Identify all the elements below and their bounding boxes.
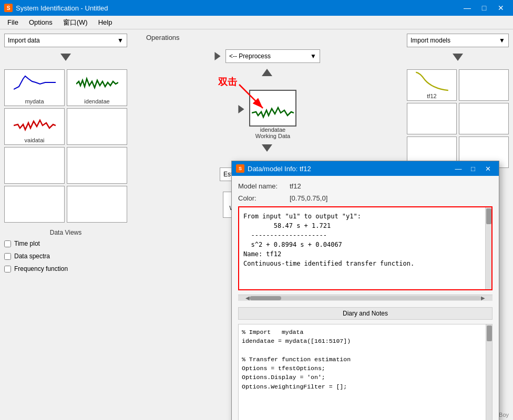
scroll-right-icon[interactable]: ▶ xyxy=(481,295,485,301)
scrollbar-h-track xyxy=(250,296,481,300)
modal-minimize-button[interactable]: — xyxy=(452,162,465,175)
model-info-box: From input "u1" to output "y1": 58.47 s … xyxy=(238,206,493,290)
scrollbar-h-thumb xyxy=(250,296,281,300)
minimize-button[interactable]: — xyxy=(459,1,475,15)
modal-dialog: S Data/model Info: tf12 — □ ✕ Model name… xyxy=(231,161,499,420)
modal-title-bar: S Data/model Info: tf12 — □ ✕ xyxy=(232,161,499,176)
modal-maximize-button[interactable]: □ xyxy=(466,162,480,175)
modal-controls: — □ ✕ xyxy=(452,162,495,175)
maximize-button[interactable]: □ xyxy=(476,1,492,15)
diary-scrollbar-thumb xyxy=(487,326,492,341)
menu-bar: File Options 窗口(W) Help xyxy=(0,16,513,29)
window-controls: — □ ✕ xyxy=(459,1,509,15)
color-label: Color: xyxy=(238,194,285,202)
diary-content: % Import mydata idendatae = mydata([161:… xyxy=(239,324,492,394)
modal-content: Model name: tf12 Color: [0.75,0.75,0] Fr… xyxy=(232,176,499,420)
menu-file[interactable]: File xyxy=(2,16,24,28)
model-info-text: From input "u1" to output "y1": 58.47 s … xyxy=(243,212,487,268)
menu-help[interactable]: Help xyxy=(93,16,118,28)
modal-app-icon: S xyxy=(236,164,244,173)
title-bar: S System Identification - Untitled — □ ✕ xyxy=(0,0,513,16)
modal-title: Data/model Info: tf12 xyxy=(248,165,311,173)
color-row: Color: [0.75,0.75,0] xyxy=(238,194,493,202)
close-button[interactable]: ✕ xyxy=(493,1,509,15)
diary-scrollbar-v[interactable] xyxy=(486,324,492,420)
app-title: System Identification - Untitled xyxy=(16,4,108,12)
modal-close-button[interactable]: ✕ xyxy=(481,162,495,175)
model-info-scrollbar-h[interactable]: ◀ ▶ xyxy=(238,295,493,301)
menu-window[interactable]: 窗口(W) xyxy=(58,16,93,29)
color-value: [0.75,0.75,0] xyxy=(290,194,327,202)
diary-content-wrapper: % Import mydata idendatae = mydata([161:… xyxy=(238,324,493,420)
model-name-value: tf12 xyxy=(290,182,301,190)
menu-options[interactable]: Options xyxy=(24,16,58,28)
model-info-scrollbar-v[interactable] xyxy=(485,207,491,289)
scrollbar-thumb-v xyxy=(486,208,491,224)
model-name-row: Model name: tf12 xyxy=(238,182,493,190)
model-name-label: Model name: xyxy=(238,182,285,190)
app-icon: S xyxy=(4,4,13,12)
modal-overlay: S Data/model Info: tf12 — □ ✕ Model name… xyxy=(0,29,513,420)
diary-header: Diary and Notes xyxy=(238,307,493,320)
scroll-left-icon[interactable]: ◀ xyxy=(245,295,250,301)
main-content: Import data ▼ mydata idendatae xyxy=(0,29,513,420)
